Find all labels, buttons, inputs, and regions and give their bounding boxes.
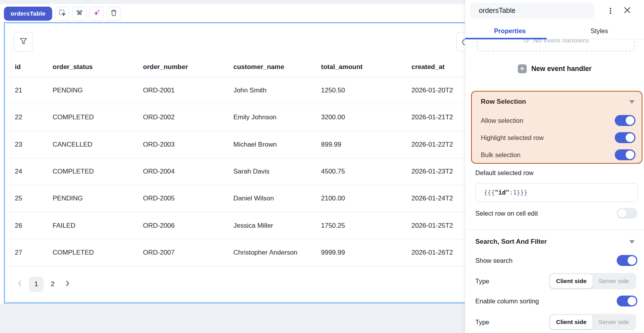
table-cell-created_at: 2026-01-26T2 (411, 249, 465, 257)
table-cell-customer_name: John Smith (233, 87, 321, 94)
panel-tabs: Properties Styles (465, 23, 644, 39)
ai-button[interactable] (90, 7, 104, 21)
table-cell-total_amount: 9999.99 (321, 249, 411, 257)
column-header-total_amount[interactable]: total_amount (321, 63, 411, 71)
highlight-selected-row-label: Highlight selected row (481, 134, 543, 142)
show-search-toggle[interactable] (617, 255, 637, 266)
panel-menu-button[interactable] (605, 5, 616, 17)
table-cell-total_amount: 3200.00 (321, 113, 411, 121)
bulk-selection-label: Bulk selection (481, 151, 520, 159)
sort-type-client-side[interactable]: Client side (550, 315, 593, 329)
widget-name-pill[interactable]: ordersTable (4, 7, 52, 21)
no-event-handlers-placeholder: No event handlers (477, 39, 635, 51)
table-row[interactable]: 26FAILEDORD-2006Jessica Miller1750.25202… (6, 212, 465, 239)
row-selection-title: Row Selection (481, 98, 526, 106)
column-header-id[interactable]: id (6, 63, 53, 71)
row-selection-section: Row Selection Allow selection Highlight … (471, 91, 642, 164)
table-cell-customer_name: Christopher Anderson (233, 249, 321, 257)
sort-type-server-side[interactable]: Server side (593, 315, 635, 329)
filter-button[interactable] (13, 32, 33, 52)
new-event-handler-button[interactable]: + New event handler (465, 62, 644, 75)
close-icon (623, 6, 631, 16)
orders-table-widget: idorder_statusorder_numbercustomer_namet… (5, 23, 465, 302)
table-cell-order_status: COMPLETED (53, 249, 143, 257)
edit-tools-icon (76, 9, 83, 18)
tab-properties[interactable]: Properties (465, 23, 555, 39)
next-page-button[interactable] (62, 276, 73, 292)
allow-selection-toggle[interactable] (615, 115, 635, 126)
column-header-order_status[interactable]: order_status (53, 63, 143, 71)
table-cell-total_amount: 2100.00 (321, 195, 411, 202)
panel-close-button[interactable] (621, 5, 633, 17)
table-row[interactable]: 25PENDINGORD-2005Daniel Wilson2100.00202… (6, 185, 465, 212)
sort-type-segmented-control: Client side Server side (549, 314, 636, 330)
table-cell-customer_name: Michael Brown (233, 141, 321, 149)
kebab-icon (610, 8, 611, 9)
default-selected-row-label: Default selected row (475, 169, 534, 177)
widget-name-field[interactable]: ordersTable (470, 3, 594, 18)
column-header-customer_name[interactable]: customer_name (233, 63, 321, 71)
canvas-bottom-area (0, 303, 465, 333)
collapse-caret-icon[interactable] (629, 100, 635, 104)
table-cell-created_at: 2026-01-22T2 (411, 141, 465, 149)
enable-column-sorting-label: Enable column sorting (475, 298, 539, 305)
table-cell-created_at: 2026-01-25T2 (411, 222, 465, 230)
plus-icon: + (518, 64, 527, 73)
table-body: 21PENDINGORD-2001John Smith1250.502026-0… (6, 77, 465, 266)
event-handlers-peek: No event handlers (477, 39, 635, 52)
column-header-created_at[interactable]: created_at (411, 63, 465, 71)
ai-sparkle-icon (93, 9, 101, 18)
sort-type-label: Type (475, 319, 489, 326)
tab-styles[interactable]: Styles (555, 23, 644, 39)
column-header-order_number[interactable]: order_number (143, 63, 233, 71)
widget-toolbar: ordersTable (4, 7, 121, 21)
search-button[interactable] (456, 32, 465, 52)
search-icon (459, 37, 465, 48)
select-row-on-cell-edit-label: Select row on cell edit (475, 210, 538, 217)
search-type-client-side[interactable]: Client side (550, 274, 593, 288)
table-row[interactable]: 24COMPLETEDORD-2004Sarah Davis4500.75202… (6, 158, 465, 185)
table-cell-order_number: ORD-2005 (143, 195, 233, 202)
collapse-caret-icon[interactable] (629, 240, 635, 244)
table-cell-id: 23 (6, 141, 53, 149)
table-cell-order_status: FAILED (53, 222, 143, 230)
table-cell-id: 26 (6, 222, 53, 230)
table-row[interactable]: 22COMPLETEDORD-2002Emily Johnson3200.002… (6, 104, 465, 131)
select-button[interactable] (55, 7, 69, 21)
delete-button[interactable] (107, 7, 121, 21)
table-cell-created_at: 2026-01-24T2 (411, 195, 465, 202)
table-row[interactable]: 21PENDINGORD-2001John Smith1250.502026-0… (6, 77, 465, 104)
widget-selection-frame: idorder_statusorder_numbercustomer_namet… (4, 22, 465, 303)
enable-column-sorting-toggle[interactable] (617, 296, 637, 306)
chevron-left-icon (18, 280, 22, 289)
table-cell-order_number: ORD-2003 (143, 141, 233, 149)
table-cell-total_amount: 1250.50 (321, 87, 411, 94)
default-selected-row-input[interactable]: {{{"id":1}}} (475, 183, 638, 202)
table-cell-order_status: COMPLETED (53, 113, 143, 121)
properties-panel: ordersTable Properties Styles No event h… (465, 0, 644, 333)
table-cell-id: 21 (6, 87, 53, 94)
page-button-2[interactable]: 2 (47, 276, 58, 292)
select-row-on-cell-edit-toggle[interactable] (617, 208, 637, 219)
table-cell-id: 22 (6, 113, 53, 121)
chevron-right-icon (65, 280, 70, 289)
page-button-1[interactable]: 1 (29, 276, 44, 292)
table-cell-order_status: PENDING (53, 195, 143, 202)
no-event-handlers-text: No event handlers (533, 39, 589, 44)
prev-page-button[interactable] (14, 276, 26, 292)
table-cell-total_amount: 4500.75 (321, 168, 411, 175)
canvas-top-strip (0, 0, 465, 4)
select-icon (58, 9, 66, 18)
table-cell-created_at: 2026-01-20T2 (411, 87, 465, 94)
search-type-server-side[interactable]: Server side (593, 274, 635, 288)
bulk-selection-toggle[interactable] (615, 149, 635, 160)
highlight-selected-row-toggle[interactable] (615, 132, 635, 143)
table-row[interactable]: 27COMPLETEDORD-2007Christopher Anderson9… (6, 239, 465, 266)
edit-button[interactable] (72, 7, 86, 21)
table-cell-customer_name: Daniel Wilson (233, 195, 321, 202)
table-row[interactable]: 23CANCELLEDORD-2003Michael Brown899.9920… (6, 131, 465, 158)
table-cell-created_at: 2026-01-21T2 (411, 113, 465, 121)
search-type-segmented-control: Client side Server side (549, 273, 636, 289)
filter-icon (19, 37, 28, 48)
table-cell-customer_name: Emily Johnson (233, 113, 321, 121)
